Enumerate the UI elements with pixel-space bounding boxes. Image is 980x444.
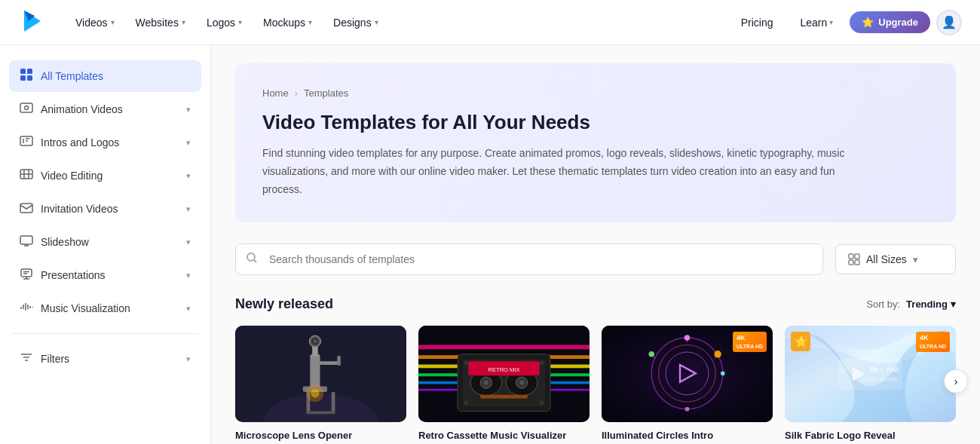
nav-designs-chevron: ▾ bbox=[375, 18, 378, 26]
svg-rect-16 bbox=[20, 204, 32, 213]
nav-websites[interactable]: Websites ▾ bbox=[127, 11, 194, 35]
hero-title: Video Templates for All Your Needs bbox=[262, 111, 929, 134]
slideshow-icon bbox=[20, 234, 33, 250]
sidebar-item-video-editing[interactable]: Video Editing ▾ bbox=[9, 160, 201, 191]
svg-rect-37 bbox=[855, 254, 859, 259]
sidebar-label-music-vis: Music Visualization bbox=[41, 302, 179, 314]
invitation-videos-icon bbox=[20, 201, 33, 217]
svg-point-50 bbox=[314, 340, 317, 343]
svg-point-73 bbox=[464, 361, 469, 366]
svg-line-35 bbox=[254, 260, 257, 263]
nav-mockups-chevron: ▾ bbox=[308, 18, 312, 26]
svg-text:Re: Re bbox=[871, 366, 879, 373]
sidebar-item-filters[interactable]: Filters ▾ bbox=[9, 343, 201, 375]
learn-link[interactable]: Learn ▾ bbox=[789, 11, 844, 35]
svg-rect-6 bbox=[20, 103, 32, 112]
template-name-microscope: Microscope Lens Opener bbox=[235, 430, 406, 441]
sidebar-item-invitation-videos[interactable]: Invitation Videos ▾ bbox=[9, 193, 201, 225]
sidebar-item-presentations[interactable]: Presentations ▾ bbox=[9, 259, 201, 291]
svg-rect-36 bbox=[849, 254, 853, 259]
badge-crown-silk: ⭐ bbox=[791, 332, 810, 351]
svg-text:×: × bbox=[880, 366, 884, 373]
svg-rect-42 bbox=[310, 354, 320, 390]
nav-logos[interactable]: Logos ▾ bbox=[198, 11, 251, 35]
sort-label: Sort by: bbox=[866, 299, 900, 310]
nav-videos-chevron: ▾ bbox=[111, 18, 115, 26]
svg-text:LOGO REVEAL: LOGO REVEAL bbox=[863, 377, 899, 382]
breadcrumb: Home › Templates bbox=[262, 87, 929, 99]
sort-dropdown[interactable]: Trending ▾ bbox=[906, 299, 956, 310]
search-icon bbox=[246, 252, 258, 267]
size-dropdown[interactable]: All Sizes ▾ bbox=[835, 244, 956, 274]
page-layout: All Templates Animation Videos ▾ Intros … bbox=[0, 45, 980, 444]
nav-mockups[interactable]: Mockups ▾ bbox=[254, 11, 321, 35]
user-avatar[interactable]: 👤 bbox=[936, 10, 962, 35]
svg-rect-51 bbox=[314, 362, 338, 366]
animation-videos-icon bbox=[20, 101, 33, 118]
sidebar-item-slideshow[interactable]: Slideshow ▾ bbox=[9, 226, 201, 258]
sidebar: All Templates Animation Videos ▾ Intros … bbox=[0, 45, 211, 444]
template-thumb-circles: 4K ULTRA HD bbox=[602, 326, 773, 422]
search-input[interactable] bbox=[235, 243, 823, 275]
svg-point-75 bbox=[464, 401, 469, 406]
template-thumb-cassette: RETRO MIX bbox=[418, 326, 590, 422]
nav-videos[interactable]: Videos ▾ bbox=[66, 11, 124, 35]
svg-point-76 bbox=[540, 401, 544, 406]
svg-rect-38 bbox=[849, 260, 853, 265]
invitation-chevron: ▾ bbox=[186, 204, 191, 214]
logo[interactable] bbox=[18, 8, 66, 37]
nav-designs[interactable]: Designs ▾ bbox=[324, 11, 387, 35]
nav-websites-chevron: ▾ bbox=[182, 18, 185, 26]
template-name-silk: Silk Fabric Logo Reveal bbox=[785, 430, 956, 441]
upgrade-button[interactable]: ⭐ Upgrade bbox=[850, 11, 930, 33]
svg-rect-91 bbox=[838, 358, 902, 390]
template-card-cassette[interactable]: RETRO MIX Retro Cassette Music Visualize… bbox=[418, 326, 590, 441]
sidebar-label-invitation: Invitation Videos bbox=[41, 203, 179, 215]
svg-rect-39 bbox=[855, 260, 859, 265]
sidebar-item-music-visualization[interactable]: Music Visualization ▾ bbox=[9, 292, 201, 324]
svg-point-85 bbox=[685, 407, 690, 412]
svg-rect-20 bbox=[21, 269, 32, 277]
svg-rect-45 bbox=[332, 392, 335, 413]
sidebar-label-all-templates: All Templates bbox=[41, 70, 191, 82]
templates-section: Newly released Sort by: Trending ▾ bbox=[235, 296, 956, 441]
svg-text:rest: rest bbox=[887, 366, 899, 373]
sidebar-label-presentations: Presentations bbox=[41, 269, 179, 281]
template-thumb-silk: Re × rest LOGO REVEAL 4K ULTRA HD ⭐ bbox=[785, 326, 956, 422]
svg-point-66 bbox=[484, 381, 488, 385]
slideshow-chevron: ▾ bbox=[186, 237, 191, 247]
sidebar-item-intros-logos[interactable]: Intros and Logos ▾ bbox=[9, 127, 201, 158]
intros-chevron: ▾ bbox=[186, 138, 191, 148]
template-name-cassette: Retro Cassette Music Visualizer bbox=[418, 430, 590, 441]
pricing-link[interactable]: Pricing bbox=[730, 11, 784, 35]
carousel-next-button[interactable]: › bbox=[944, 369, 968, 393]
sidebar-label-video-editing: Video Editing bbox=[41, 170, 179, 182]
svg-rect-5 bbox=[27, 75, 32, 81]
sidebar-item-all-templates[interactable]: All Templates bbox=[9, 60, 201, 92]
nav-logos-chevron: ▾ bbox=[238, 18, 242, 26]
main-content: Home › Templates Video Templates for All… bbox=[211, 45, 980, 444]
main-nav: Videos ▾ Websites ▾ Logos ▾ Mockups ▾ De… bbox=[66, 11, 730, 35]
breadcrumb-home[interactable]: Home bbox=[262, 87, 289, 99]
template-thumb-microscope bbox=[235, 326, 406, 422]
template-card-silk[interactable]: Re × rest LOGO REVEAL 4K ULTRA HD ⭐ Silk… bbox=[785, 326, 956, 441]
hero-banner: Home › Templates Video Templates for All… bbox=[235, 63, 956, 222]
sort-row: Sort by: Trending ▾ bbox=[866, 299, 956, 310]
search-wrapper bbox=[235, 243, 823, 275]
sidebar-divider bbox=[12, 333, 198, 334]
breadcrumb-separator: › bbox=[295, 87, 298, 99]
badge-4k-circles: 4K ULTRA HD bbox=[733, 332, 767, 351]
template-name-circles: Illuminated Circles Intro bbox=[602, 430, 773, 441]
filters-icon bbox=[20, 351, 33, 367]
sidebar-label-intros: Intros and Logos bbox=[41, 136, 179, 149]
sidebar-item-animation-videos[interactable]: Animation Videos ▾ bbox=[9, 93, 201, 125]
sidebar-label-filters: Filters bbox=[41, 353, 179, 365]
header: Videos ▾ Websites ▾ Logos ▾ Mockups ▾ De… bbox=[0, 0, 980, 45]
template-card-circles[interactable]: 4K ULTRA HD Illuminated Circles Intro bbox=[602, 326, 773, 441]
svg-point-69 bbox=[519, 381, 524, 385]
template-card-microscope[interactable]: Microscope Lens Opener bbox=[235, 326, 406, 441]
svg-point-74 bbox=[540, 361, 544, 366]
hero-description: Find stunning video templates for any pu… bbox=[262, 145, 850, 198]
learn-chevron: ▾ bbox=[829, 18, 833, 26]
svg-rect-3 bbox=[27, 69, 32, 74]
